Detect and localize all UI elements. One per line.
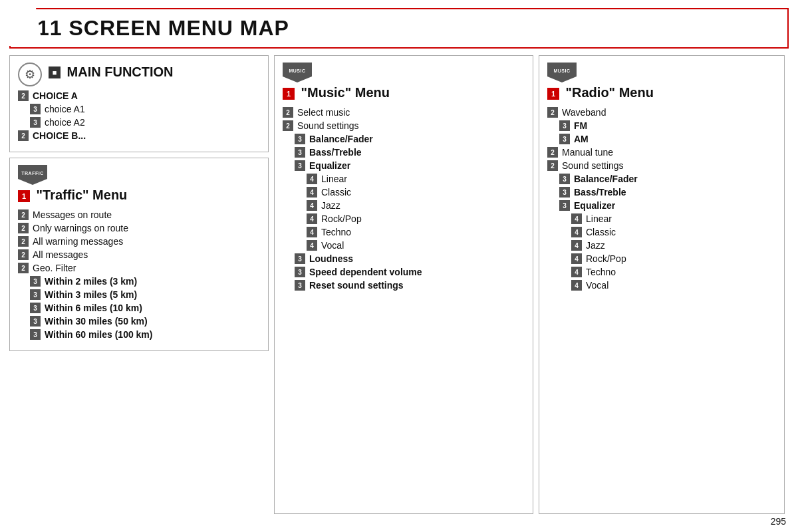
level-badge: 3 (295, 160, 305, 171)
radio-icon: MUSIC (547, 63, 577, 82)
music-menu-panel: MUSIC 1 "Music" Menu 2 Select music 2 So… (274, 55, 533, 514)
list-item: 3 Within 60 miles (100 km) (18, 328, 260, 341)
list-item: 4 Vocal (283, 239, 525, 252)
title-badge: ■ (49, 66, 61, 78)
traffic-icon: TRAFFIC (18, 165, 47, 185)
title-badge: 1 (547, 88, 559, 100)
level-badge: 4 (571, 253, 582, 264)
middle-column: MUSIC 1 "Music" Menu 2 Select music 2 So… (274, 55, 533, 514)
list-item: 3 Balance/Fader (547, 172, 776, 186)
main-function-header: ⚙ ■ MAIN FUNCTION (18, 63, 260, 86)
list-item: 2 Manual tune (547, 146, 776, 159)
list-item: 2 Select music (283, 106, 525, 119)
level-badge: 2 (283, 107, 293, 118)
list-item: 3 Equalizer (547, 199, 776, 212)
level-badge: 3 (559, 174, 570, 184)
list-item: 3 AM (547, 132, 776, 146)
level-badge: 2 (18, 209, 29, 220)
right-column: MUSIC 1 "Radio" Menu 2 Waveband 3 FM 3 A… (539, 55, 785, 514)
traffic-menu-title: 1 "Traffic" Menu (18, 188, 260, 203)
list-item: 4 Linear (283, 172, 525, 186)
list-item: 2 CHOICE A (18, 89, 260, 102)
level-badge: 3 (295, 280, 305, 291)
list-item: 4 Techno (547, 265, 776, 279)
level-badge: 2 (547, 107, 558, 118)
title-badge: 1 (283, 88, 295, 100)
list-item: 4 Jazz (547, 239, 776, 252)
list-item: 3 Within 30 miles (50 km) (18, 315, 260, 328)
list-item: 3 Loudness (283, 252, 525, 265)
music-icon-banner: MUSIC (283, 63, 525, 82)
level-badge: 4 (307, 174, 317, 184)
list-item: 3 FM (547, 119, 776, 132)
list-item: 4 Jazz (283, 199, 525, 212)
list-item: 3 choice A2 (18, 116, 260, 129)
level-badge: 3 (30, 329, 41, 340)
main-function-title: ■ MAIN FUNCTION (49, 65, 174, 80)
level-badge: 3 (30, 289, 41, 300)
list-item: 3 Speed dependent volume (283, 265, 525, 279)
level-badge: 4 (571, 240, 582, 251)
level-badge: 4 (307, 213, 317, 224)
list-item: 3 Bass/Treble (283, 146, 525, 159)
left-column: ⚙ ■ MAIN FUNCTION 2 CHOICE A 3 choice A1… (9, 55, 269, 514)
level-badge: 3 (30, 276, 41, 287)
list-item: 4 Vocal (547, 279, 776, 292)
list-item: 4 Rock/Pop (283, 212, 525, 225)
list-item: 2 Sound settings (283, 119, 525, 132)
radio-menu-panel: MUSIC 1 "Radio" Menu 2 Waveband 3 FM 3 A… (539, 55, 785, 514)
list-item: 4 Classic (547, 225, 776, 239)
list-item: 2 All messages (18, 248, 260, 261)
level-badge: 4 (571, 227, 582, 237)
list-item: 4 Techno (283, 225, 525, 239)
list-item: 4 Classic (283, 186, 525, 199)
level-badge: 4 (307, 227, 317, 237)
list-item: 4 Linear (547, 212, 776, 225)
list-item: 3 Within 3 miles (5 km) (18, 288, 260, 301)
level-badge: 2 (18, 249, 29, 260)
level-badge: 3 (30, 117, 41, 128)
level-badge: 3 (295, 147, 305, 158)
list-item: 2 Waveband (547, 106, 776, 119)
level-badge: 4 (307, 200, 317, 211)
level-badge: 3 (559, 134, 570, 144)
list-item: 3 Within 2 miles (3 km) (18, 275, 260, 288)
traffic-icon-banner: TRAFFIC (18, 165, 260, 185)
list-item: 4 Rock/Pop (547, 252, 776, 265)
level-badge: 2 (283, 120, 293, 131)
page-title: 11 SCREEN MENU MAP (24, 16, 774, 41)
gear-icon: ⚙ (18, 63, 42, 86)
list-item: 2 Sound settings (547, 159, 776, 172)
list-item: 3 Equalizer (283, 159, 525, 172)
level-badge: 4 (571, 267, 582, 277)
level-badge: 3 (30, 104, 41, 114)
level-badge: 3 (30, 303, 41, 313)
music-menu-title: 1 "Music" Menu (283, 85, 525, 100)
level-badge: 4 (571, 280, 582, 291)
list-item: 2 Only warnings on route (18, 221, 260, 235)
list-item: 3 Balance/Fader (283, 132, 525, 146)
list-item: 3 Bass/Treble (547, 186, 776, 199)
level-badge: 2 (18, 263, 29, 273)
title-badge: 1 (18, 190, 30, 202)
main-function-panel: ⚙ ■ MAIN FUNCTION 2 CHOICE A 3 choice A1… (9, 55, 269, 152)
list-item: 3 Within 6 miles (10 km) (18, 301, 260, 315)
level-badge: 4 (571, 213, 582, 224)
level-badge: 2 (547, 147, 558, 158)
traffic-menu-panel: TRAFFIC 1 "Traffic" Menu 2 Messages on r… (9, 158, 269, 351)
list-item: 3 Reset sound settings (283, 279, 525, 292)
level-badge: 3 (295, 267, 305, 277)
music-icon: MUSIC (283, 63, 312, 82)
level-badge: 2 (18, 236, 29, 247)
level-badge: 2 (547, 160, 558, 171)
list-item: 2 Messages on route (18, 208, 260, 221)
page-header: 11 SCREEN MENU MAP (9, 8, 789, 49)
list-item: 2 CHOICE B... (18, 129, 260, 142)
level-badge: 3 (559, 187, 570, 198)
level-badge: 3 (295, 134, 305, 144)
level-badge: 3 (295, 253, 305, 264)
list-item: 2 Geo. Filter (18, 261, 260, 275)
level-badge: 2 (18, 90, 29, 101)
level-badge: 3 (559, 120, 570, 131)
list-item: 2 All warning messages (18, 235, 260, 248)
